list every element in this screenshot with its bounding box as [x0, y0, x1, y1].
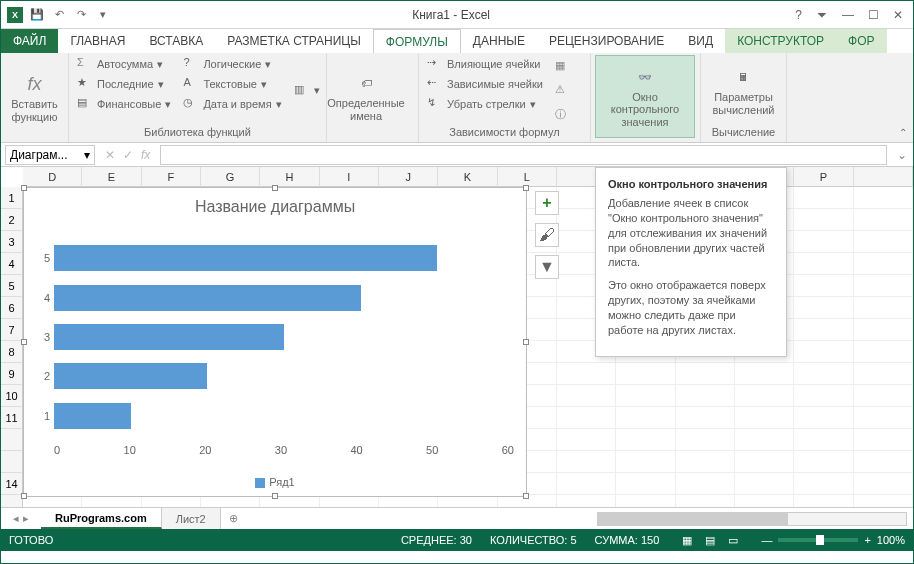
chart-bar[interactable] — [54, 363, 207, 389]
cell[interactable] — [794, 385, 853, 407]
row-header[interactable]: 8 — [1, 341, 23, 363]
namebox-dropdown-icon[interactable]: ▾ — [84, 148, 90, 162]
cell[interactable] — [794, 231, 853, 253]
sheet-nav[interactable]: ◂ ▸ — [1, 508, 41, 529]
cell[interactable] — [794, 297, 853, 319]
cell[interactable] — [854, 297, 913, 319]
tab-review[interactable]: РЕЦЕНЗИРОВАНИЕ — [537, 29, 676, 53]
cell[interactable] — [854, 231, 913, 253]
row-header[interactable] — [1, 429, 23, 451]
chart-add-element-button[interactable]: + — [535, 191, 559, 215]
expand-formula-icon[interactable]: ⌄ — [891, 148, 913, 162]
row-header[interactable]: 6 — [1, 297, 23, 319]
cancel-formula-icon[interactable]: ✕ — [105, 148, 115, 162]
cell[interactable] — [794, 495, 853, 507]
evaluate-icon[interactable]: ⓘ — [555, 107, 566, 122]
embedded-chart[interactable]: Название диаграммы 54321 0102030405060 Р… — [23, 187, 527, 497]
chart-bar[interactable] — [54, 324, 284, 350]
formula-input[interactable] — [160, 145, 887, 165]
cell[interactable] — [557, 363, 616, 385]
cell[interactable] — [735, 407, 794, 429]
cell[interactable] — [676, 407, 735, 429]
cell[interactable] — [616, 407, 675, 429]
remove-arrows-button[interactable]: ↯Убрать стрелки ▾ — [423, 95, 547, 113]
cell[interactable] — [676, 451, 735, 473]
col-header[interactable]: L — [498, 167, 557, 187]
row-header[interactable]: 14 — [1, 473, 23, 495]
cell[interactable] — [854, 429, 913, 451]
cell[interactable] — [794, 473, 853, 495]
cell[interactable] — [854, 275, 913, 297]
tab-view[interactable]: ВИД — [676, 29, 725, 53]
qat-dropdown-icon[interactable]: ▾ — [95, 7, 111, 23]
cell[interactable] — [854, 407, 913, 429]
show-formulas-icon[interactable]: ▦ — [555, 59, 566, 72]
cell[interactable] — [676, 473, 735, 495]
fx-button-icon[interactable]: fx — [141, 148, 150, 162]
cell[interactable] — [616, 429, 675, 451]
save-icon[interactable]: 💾 — [29, 7, 45, 23]
cell[interactable] — [854, 385, 913, 407]
chart-filter-button[interactable]: ▼ — [535, 255, 559, 279]
tab-format[interactable]: ФОР — [836, 29, 886, 53]
cell[interactable] — [616, 363, 675, 385]
minimize-icon[interactable]: — — [842, 8, 854, 22]
cell[interactable] — [794, 407, 853, 429]
cell[interactable] — [676, 429, 735, 451]
cell[interactable] — [735, 429, 794, 451]
cell[interactable] — [735, 473, 794, 495]
insert-function-button[interactable]: fx Вставить функцию — [5, 55, 64, 140]
horizontal-scrollbar[interactable] — [597, 512, 907, 526]
tab-file[interactable]: ФАЙЛ — [1, 29, 58, 53]
defined-names-button[interactable]: 🏷 Определенные имена — [331, 55, 401, 138]
cell[interactable] — [794, 363, 853, 385]
cell[interactable] — [616, 385, 675, 407]
row-header[interactable] — [1, 495, 23, 507]
cell[interactable] — [854, 473, 913, 495]
cell[interactable] — [735, 451, 794, 473]
col-header[interactable]: K — [438, 167, 497, 187]
col-header[interactable]: G — [201, 167, 260, 187]
cell[interactable] — [854, 451, 913, 473]
financial-button[interactable]: ▤Финансовые ▾ — [73, 95, 175, 113]
zoom-out-button[interactable]: — — [761, 534, 772, 546]
undo-icon[interactable]: ↶ — [51, 7, 67, 23]
view-layout-icon[interactable]: ▤ — [700, 534, 720, 547]
close-icon[interactable]: ✕ — [893, 8, 903, 22]
calc-options-button[interactable]: 🖩 Параметры вычислений — [705, 55, 782, 126]
cell[interactable] — [676, 385, 735, 407]
cell[interactable] — [616, 495, 675, 507]
col-header[interactable]: D — [23, 167, 82, 187]
add-sheet-button[interactable]: ⊕ — [221, 508, 247, 529]
cell[interactable] — [676, 363, 735, 385]
maximize-icon[interactable]: ☐ — [868, 8, 879, 22]
cell[interactable] — [794, 209, 853, 231]
chart-legend[interactable]: Ряд1 — [24, 476, 526, 488]
cell[interactable] — [854, 363, 913, 385]
trace-dependents-button[interactable]: ⇠Зависимые ячейки — [423, 75, 547, 93]
datetime-button[interactable]: ◷Дата и время ▾ — [179, 95, 285, 113]
cell[interactable] — [794, 319, 853, 341]
view-break-icon[interactable]: ▭ — [723, 534, 743, 547]
cell[interactable] — [794, 341, 853, 363]
cell[interactable] — [854, 209, 913, 231]
text-button[interactable]: AТекстовые ▾ — [179, 75, 285, 93]
accept-formula-icon[interactable]: ✓ — [123, 148, 133, 162]
cell[interactable] — [557, 429, 616, 451]
col-header[interactable]: P — [794, 167, 853, 187]
row-header[interactable]: 1 — [1, 187, 23, 209]
cell[interactable] — [854, 495, 913, 507]
row-header[interactable]: 2 — [1, 209, 23, 231]
redo-icon[interactable]: ↷ — [73, 7, 89, 23]
tab-insert[interactable]: ВСТАВКА — [137, 29, 215, 53]
col-header[interactable]: J — [379, 167, 438, 187]
tab-formulas[interactable]: ФОРМУЛЫ — [373, 29, 461, 53]
cell[interactable] — [794, 429, 853, 451]
zoom-in-button[interactable]: + — [864, 534, 870, 546]
col-header[interactable]: H — [260, 167, 319, 187]
logical-button[interactable]: ?Логические ▾ — [179, 55, 285, 73]
row-header[interactable]: 10 — [1, 385, 23, 407]
more-functions-button[interactable]: ▥▾ — [290, 82, 324, 100]
row-header[interactable] — [1, 451, 23, 473]
tab-home[interactable]: ГЛАВНАЯ — [58, 29, 137, 53]
